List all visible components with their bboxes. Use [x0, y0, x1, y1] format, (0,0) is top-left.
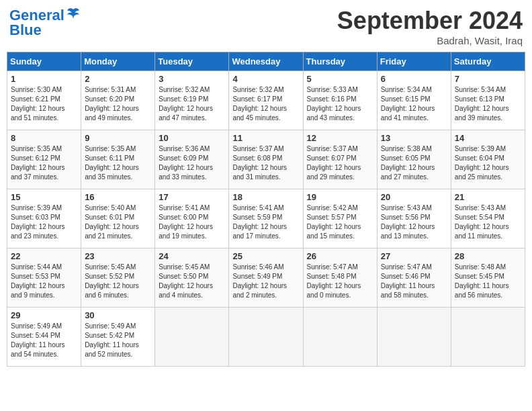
day-info: Sunrise: 5:48 AMSunset: 5:45 PMDaylight:…	[455, 263, 521, 300]
column-header-sunday: Sunday	[7, 52, 81, 71]
calendar-cell: 1Sunrise: 5:30 AMSunset: 6:21 PMDaylight…	[7, 71, 81, 130]
day-info: Sunrise: 5:35 AMSunset: 6:12 PMDaylight:…	[11, 144, 77, 182]
day-info: Sunrise: 5:37 AMSunset: 6:08 PMDaylight:…	[232, 144, 299, 182]
calendar-cell	[155, 308, 229, 367]
logo-blue: Blue	[9, 21, 42, 39]
calendar-cell: 19Sunrise: 5:42 AMSunset: 5:57 PMDayligh…	[303, 189, 377, 248]
day-number: 17	[159, 192, 225, 202]
calendar-cell: 24Sunrise: 5:45 AMSunset: 5:50 PMDayligh…	[155, 248, 229, 308]
day-info: Sunrise: 5:32 AMSunset: 6:17 PMDaylight:…	[232, 85, 299, 123]
day-number: 14	[455, 133, 521, 143]
calendar-cell: 7Sunrise: 5:34 AMSunset: 6:13 PMDaylight…	[451, 71, 525, 130]
logo: General Blue	[9, 7, 81, 39]
day-number: 5	[307, 74, 373, 84]
day-number: 11	[232, 133, 299, 143]
title-block: September 2024 Badrah, Wasit, Iraq	[337, 7, 523, 46]
day-number: 16	[85, 192, 151, 202]
calendar-cell	[303, 308, 377, 367]
column-header-thursday: Thursday	[303, 52, 377, 71]
calendar-cell: 3Sunrise: 5:32 AMSunset: 6:19 PMDaylight…	[155, 71, 229, 130]
day-info: Sunrise: 5:47 AMSunset: 5:46 PMDaylight:…	[381, 263, 447, 300]
calendar-cell: 20Sunrise: 5:43 AMSunset: 5:56 PMDayligh…	[377, 189, 451, 248]
day-number: 3	[159, 74, 225, 84]
calendar-cell: 21Sunrise: 5:43 AMSunset: 5:54 PMDayligh…	[451, 189, 525, 248]
day-number: 7	[455, 74, 521, 84]
calendar-header-row: SundayMondayTuesdayWednesdayThursdayFrid…	[7, 52, 525, 71]
day-number: 20	[381, 192, 447, 202]
calendar-cell: 9Sunrise: 5:35 AMSunset: 6:11 PMDaylight…	[81, 130, 155, 189]
calendar-table: SundayMondayTuesdayWednesdayThursdayFrid…	[7, 52, 525, 367]
calendar-cell: 10Sunrise: 5:36 AMSunset: 6:09 PMDayligh…	[155, 130, 229, 189]
calendar-cell: 6Sunrise: 5:34 AMSunset: 6:15 PMDaylight…	[377, 71, 451, 130]
day-info: Sunrise: 5:30 AMSunset: 6:21 PMDaylight:…	[11, 85, 77, 123]
day-number: 6	[381, 74, 447, 84]
day-number: 12	[307, 133, 373, 143]
day-info: Sunrise: 5:35 AMSunset: 6:11 PMDaylight:…	[85, 144, 151, 182]
calendar-cell: 11Sunrise: 5:37 AMSunset: 6:08 PMDayligh…	[229, 130, 303, 189]
day-number: 1	[11, 74, 77, 84]
calendar-week-2: 8Sunrise: 5:35 AMSunset: 6:12 PMDaylight…	[7, 130, 525, 189]
column-header-wednesday: Wednesday	[229, 52, 303, 71]
calendar-cell	[229, 308, 303, 367]
location: Badrah, Wasit, Iraq	[337, 35, 523, 46]
day-number: 9	[85, 133, 151, 143]
day-info: Sunrise: 5:43 AMSunset: 5:54 PMDaylight:…	[455, 203, 521, 241]
day-number: 10	[159, 133, 225, 143]
day-number: 4	[232, 74, 299, 84]
month-title: September 2024	[337, 7, 523, 35]
calendar-cell: 17Sunrise: 5:41 AMSunset: 6:00 PMDayligh…	[155, 189, 229, 248]
day-info: Sunrise: 5:44 AMSunset: 5:53 PMDaylight:…	[11, 263, 77, 300]
calendar-cell: 28Sunrise: 5:48 AMSunset: 5:45 PMDayligh…	[451, 248, 525, 308]
day-info: Sunrise: 5:46 AMSunset: 5:49 PMDaylight:…	[232, 263, 299, 300]
calendar-cell: 18Sunrise: 5:41 AMSunset: 5:59 PMDayligh…	[229, 189, 303, 248]
calendar-cell: 4Sunrise: 5:32 AMSunset: 6:17 PMDaylight…	[229, 71, 303, 130]
day-info: Sunrise: 5:37 AMSunset: 6:07 PMDaylight:…	[307, 144, 373, 182]
day-info: Sunrise: 5:49 AMSunset: 5:44 PMDaylight:…	[11, 322, 77, 359]
day-info: Sunrise: 5:33 AMSunset: 6:16 PMDaylight:…	[307, 85, 373, 123]
day-info: Sunrise: 5:42 AMSunset: 5:57 PMDaylight:…	[307, 203, 373, 241]
day-number: 13	[381, 133, 447, 143]
column-header-tuesday: Tuesday	[155, 52, 229, 71]
day-number: 21	[455, 192, 521, 202]
day-number: 28	[455, 251, 521, 261]
day-number: 22	[11, 251, 77, 261]
calendar-week-3: 15Sunrise: 5:39 AMSunset: 6:03 PMDayligh…	[7, 189, 525, 248]
day-info: Sunrise: 5:45 AMSunset: 5:50 PMDaylight:…	[159, 263, 225, 300]
day-number: 29	[11, 310, 77, 320]
calendar-week-1: 1Sunrise: 5:30 AMSunset: 6:21 PMDaylight…	[7, 71, 525, 130]
day-info: Sunrise: 5:39 AMSunset: 6:04 PMDaylight:…	[455, 144, 521, 182]
calendar-cell: 16Sunrise: 5:40 AMSunset: 6:01 PMDayligh…	[81, 189, 155, 248]
calendar-cell: 23Sunrise: 5:45 AMSunset: 5:52 PMDayligh…	[81, 248, 155, 308]
day-number: 2	[85, 74, 151, 84]
day-number: 24	[159, 251, 225, 261]
day-info: Sunrise: 5:43 AMSunset: 5:56 PMDaylight:…	[381, 203, 447, 241]
page-header: General Blue September 2024 Badrah, Wasi…	[7, 7, 525, 46]
day-info: Sunrise: 5:40 AMSunset: 6:01 PMDaylight:…	[85, 203, 151, 241]
day-number: 18	[232, 192, 299, 202]
day-info: Sunrise: 5:31 AMSunset: 6:20 PMDaylight:…	[85, 85, 151, 123]
day-number: 8	[11, 133, 77, 143]
calendar-week-5: 29Sunrise: 5:49 AMSunset: 5:44 PMDayligh…	[7, 308, 525, 367]
column-header-saturday: Saturday	[451, 52, 525, 71]
calendar-cell: 15Sunrise: 5:39 AMSunset: 6:03 PMDayligh…	[7, 189, 81, 248]
calendar-cell: 25Sunrise: 5:46 AMSunset: 5:49 PMDayligh…	[229, 248, 303, 308]
day-info: Sunrise: 5:32 AMSunset: 6:19 PMDaylight:…	[159, 85, 225, 123]
calendar-cell	[377, 308, 451, 367]
logo-bird-icon	[66, 7, 81, 21]
day-info: Sunrise: 5:47 AMSunset: 5:48 PMDaylight:…	[307, 263, 373, 300]
day-number: 25	[232, 251, 299, 261]
calendar-cell	[451, 308, 525, 367]
calendar-cell: 29Sunrise: 5:49 AMSunset: 5:44 PMDayligh…	[7, 308, 81, 367]
calendar-cell: 27Sunrise: 5:47 AMSunset: 5:46 PMDayligh…	[377, 248, 451, 308]
day-info: Sunrise: 5:39 AMSunset: 6:03 PMDaylight:…	[11, 203, 77, 241]
calendar-cell: 12Sunrise: 5:37 AMSunset: 6:07 PMDayligh…	[303, 130, 377, 189]
day-info: Sunrise: 5:41 AMSunset: 5:59 PMDaylight:…	[232, 203, 299, 241]
calendar-cell: 13Sunrise: 5:38 AMSunset: 6:05 PMDayligh…	[377, 130, 451, 189]
calendar-cell: 5Sunrise: 5:33 AMSunset: 6:16 PMDaylight…	[303, 71, 377, 130]
day-number: 27	[381, 251, 447, 261]
calendar-week-4: 22Sunrise: 5:44 AMSunset: 5:53 PMDayligh…	[7, 248, 525, 308]
day-number: 26	[307, 251, 373, 261]
day-number: 23	[85, 251, 151, 261]
day-info: Sunrise: 5:49 AMSunset: 5:42 PMDaylight:…	[85, 322, 151, 359]
day-number: 19	[307, 192, 373, 202]
